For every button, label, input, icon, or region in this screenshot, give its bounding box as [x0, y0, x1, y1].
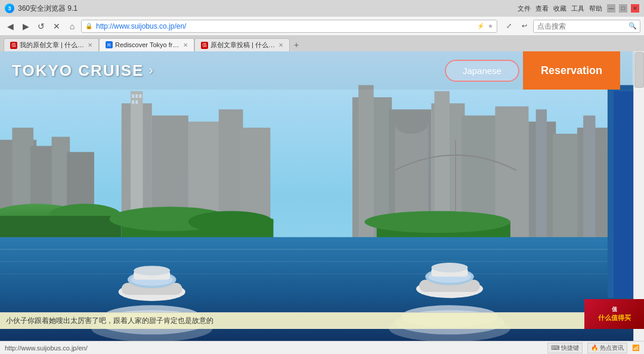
svg-point-52: [134, 266, 170, 275]
close-button[interactable]: ✕: [631, 4, 639, 13]
site-logo: TOKYO CRUISE ›: [12, 61, 153, 80]
status-url: http://www.suijobus.co.jp/en/: [5, 344, 88, 352]
svg-rect-13: [135, 94, 138, 98]
svg-rect-15: [132, 100, 134, 104]
tab-label-3: 原创文章投稿 | 什么值得买: [210, 41, 275, 50]
site-header: TOKYO CRUISE › Japanese Reservation: [0, 51, 632, 90]
status-bar: http://www.suijobus.co.jp/en/ ⌨ 快捷键 🔥 热点…: [0, 341, 644, 354]
header-nav: Japanese Reservation: [445, 51, 620, 90]
address-bar[interactable]: 🔒 http://www.suijobus.co.jp/en/ ⚡ ★: [81, 20, 497, 33]
search-icon: 🔍: [628, 22, 637, 30]
tab-2[interactable]: R Rediscover Tokyo from the w... ✕: [99, 38, 194, 51]
svg-rect-12: [132, 94, 134, 98]
search-container: 🔍: [533, 20, 640, 33]
quick-key-icon[interactable]: ⌨ 快捷键: [547, 343, 583, 353]
status-bar-right: ⌨ 快捷键 🔥 热点资讯 📶: [547, 343, 639, 353]
svg-point-27: [395, 115, 428, 134]
svg-point-61: [431, 263, 467, 272]
nav-action-icons: ⤢ ↩: [502, 20, 531, 33]
scrollbar-thumb[interactable]: [634, 52, 644, 88]
badge-subtitle: 什么值得买: [598, 313, 631, 322]
svg-rect-14: [139, 94, 141, 98]
lightning-icon: ⚡: [477, 23, 484, 29]
menu-collect[interactable]: 收藏: [553, 4, 566, 13]
notification-text: 小伙子你跟着她嗖出太厉害了吧，跟着人家的甜子肯定也是故意的: [6, 316, 213, 326]
hot-news-icon[interactable]: 🔥 热点资讯: [587, 343, 627, 353]
lock-icon: 🔒: [85, 23, 92, 29]
badge-title: 值: [612, 306, 617, 313]
title-bar-left: 3 360安全浏览器 9.1: [5, 4, 78, 14]
menu-view[interactable]: 查看: [535, 4, 549, 13]
tab-3[interactable]: 值 原创文章投稿 | 什么值得买 ✕: [194, 38, 290, 51]
nav-extra-2[interactable]: ↩: [518, 20, 531, 33]
minimize-button[interactable]: —: [607, 4, 615, 13]
menu-help[interactable]: 帮助: [589, 4, 602, 13]
browser-window: 3 360安全浏览器 9.1 文件 查看 收藏 工具 帮助 — □ ✕ ◀ ▶ …: [0, 0, 644, 354]
bottom-notification: 小伙子你跟着她嗖出太厉害了吧，跟着人家的甜子肯定也是故意的: [0, 312, 633, 329]
tab-favicon-2: R: [106, 41, 113, 48]
window-controls: — □ ✕: [607, 4, 639, 13]
menu-file[interactable]: 文件: [518, 4, 531, 13]
svg-rect-24: [358, 85, 373, 261]
reservation-button[interactable]: Reservation: [523, 51, 620, 90]
tab-close-1[interactable]: ✕: [88, 42, 92, 48]
signal-icon: 📶: [632, 344, 639, 351]
svg-rect-16: [135, 100, 138, 104]
menu-tools[interactable]: 工具: [571, 4, 584, 13]
back-button[interactable]: ◀: [4, 20, 17, 33]
browser-title: 360安全浏览器 9.1: [18, 4, 78, 14]
forward-button[interactable]: ▶: [19, 20, 32, 33]
browser-logo: 3: [5, 4, 14, 13]
logo-text: TOKYO CRUISE: [12, 61, 144, 80]
address-text: http://www.suijobus.co.jp/en/: [96, 22, 473, 30]
svg-point-39: [364, 211, 510, 233]
home-button[interactable]: ⌂: [66, 20, 79, 33]
japanese-button[interactable]: Japanese: [445, 60, 519, 82]
status-bar-text: http://www.suijobus.co.jp/en/: [5, 344, 547, 352]
tab-1[interactable]: 值 我的原创文章 | 什么值得买 ✕: [4, 38, 99, 51]
tab-favicon-1: 值: [10, 42, 17, 49]
star-icon: ★: [488, 23, 493, 29]
title-bar: 3 360安全浏览器 9.1 文件 查看 收藏 工具 帮助 — □ ✕: [0, 0, 644, 17]
scrollbar-track: [633, 51, 644, 342]
webpage-content: TOKYO CRUISE › Japanese Reservation 小伙子你…: [0, 51, 644, 342]
tab-close-2[interactable]: ✕: [183, 42, 188, 48]
search-input[interactable]: [533, 20, 640, 33]
title-bar-right: 文件 查看 收藏 工具 帮助 — □ ✕: [518, 4, 639, 13]
bottom-right-badge[interactable]: 值 什么值得买: [584, 299, 644, 329]
maximize-button[interactable]: □: [619, 4, 627, 13]
tab-close-3[interactable]: ✕: [278, 42, 283, 48]
tab-favicon-3: 值: [201, 42, 208, 49]
svg-point-22: [188, 211, 274, 233]
stop-button[interactable]: ✕: [50, 20, 63, 33]
nav-bar: ◀ ▶ ↺ ✕ ⌂ 🔒 http://www.suijobus.co.jp/en…: [0, 17, 644, 36]
scene-illustration: [0, 51, 644, 342]
logo-arrow-icon: ›: [148, 63, 153, 78]
nav-extra-1[interactable]: ⤢: [502, 20, 515, 33]
add-tab-button[interactable]: +: [290, 38, 303, 51]
tab-label-1: 我的原创文章 | 什么值得买: [20, 41, 84, 50]
tab-label-2: Rediscover Tokyo from the w...: [115, 41, 179, 48]
refresh-button[interactable]: ↺: [35, 20, 48, 33]
tabs-bar: 值 我的原创文章 | 什么值得买 ✕ R Rediscover Tokyo fr…: [0, 36, 644, 51]
